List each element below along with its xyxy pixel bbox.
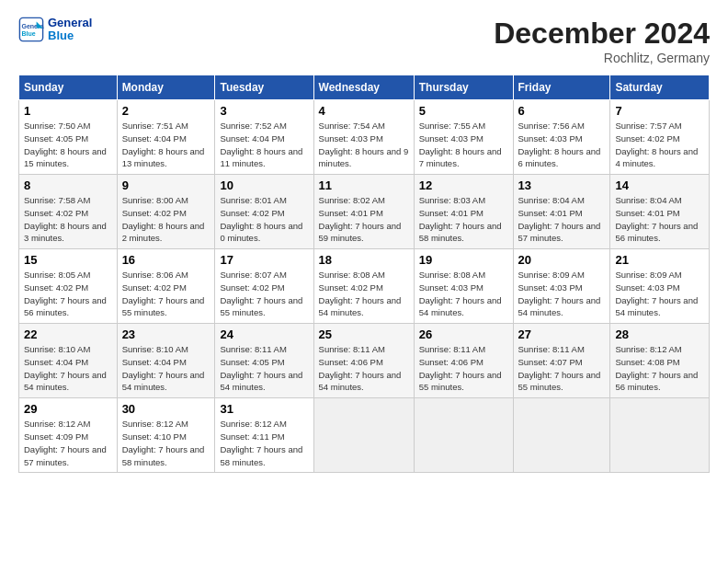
day-number: 8 bbox=[24, 178, 112, 192]
day-cell-6: 6Sunrise: 7:56 AMSunset: 4:03 PMDaylight… bbox=[513, 100, 610, 175]
day-cell-1: 1Sunrise: 7:50 AMSunset: 4:05 PMDaylight… bbox=[19, 100, 118, 175]
month-title: December 2024 bbox=[494, 17, 710, 51]
day-detail: Sunrise: 8:08 AMSunset: 4:03 PMDaylight:… bbox=[419, 270, 502, 317]
svg-text:Blue: Blue bbox=[22, 30, 36, 37]
day-number: 21 bbox=[615, 253, 704, 267]
day-detail: Sunrise: 7:56 AMSunset: 4:03 PMDaylight:… bbox=[518, 121, 601, 168]
logo: General Blue General Blue bbox=[18, 17, 92, 43]
day-cell-14: 14Sunrise: 8:04 AMSunset: 4:01 PMDayligh… bbox=[610, 175, 710, 249]
day-number: 9 bbox=[122, 178, 210, 192]
day-number: 14 bbox=[615, 178, 704, 192]
day-detail: Sunrise: 8:06 AMSunset: 4:02 PMDaylight:… bbox=[122, 270, 205, 317]
day-cell-28: 28Sunrise: 8:12 AMSunset: 4:08 PMDayligh… bbox=[610, 324, 710, 398]
day-cell-15: 15Sunrise: 8:05 AMSunset: 4:02 PMDayligh… bbox=[19, 249, 118, 324]
day-number: 25 bbox=[319, 327, 409, 341]
day-detail: Sunrise: 8:11 AMSunset: 4:06 PMDaylight:… bbox=[419, 344, 502, 392]
day-number: 19 bbox=[419, 253, 508, 267]
day-cell-13: 13Sunrise: 8:04 AMSunset: 4:01 PMDayligh… bbox=[513, 175, 610, 249]
day-number: 23 bbox=[122, 327, 210, 341]
page: General Blue General Blue December 2024 … bbox=[0, 0, 728, 482]
day-detail: Sunrise: 8:10 AMSunset: 4:04 PMDaylight:… bbox=[122, 344, 205, 392]
day-number: 6 bbox=[518, 104, 606, 118]
week-row-5: 29Sunrise: 8:12 AMSunset: 4:09 PMDayligh… bbox=[19, 398, 710, 473]
day-number: 11 bbox=[319, 178, 409, 192]
day-cell-8: 8Sunrise: 7:58 AMSunset: 4:02 PMDaylight… bbox=[19, 175, 118, 249]
calendar-table: Sunday Monday Tuesday Wednesday Thursday… bbox=[18, 75, 710, 473]
subtitle: Rochlitz, Germany bbox=[494, 51, 710, 65]
day-number: 15 bbox=[24, 253, 112, 267]
day-detail: Sunrise: 8:12 AMSunset: 4:10 PMDaylight:… bbox=[122, 419, 205, 466]
header-area: General Blue General Blue December 2024 … bbox=[18, 17, 710, 65]
day-number: 20 bbox=[518, 253, 606, 267]
day-cell-22: 22Sunrise: 8:10 AMSunset: 4:04 PMDayligh… bbox=[19, 324, 118, 398]
week-row-2: 8Sunrise: 7:58 AMSunset: 4:02 PMDaylight… bbox=[19, 175, 710, 249]
day-cell-30: 30Sunrise: 8:12 AMSunset: 4:10 PMDayligh… bbox=[117, 398, 215, 473]
day-cell-5: 5Sunrise: 7:55 AMSunset: 4:03 PMDaylight… bbox=[414, 100, 513, 175]
logo-line2: Blue bbox=[48, 29, 92, 42]
day-detail: Sunrise: 8:05 AMSunset: 4:02 PMDaylight:… bbox=[24, 270, 107, 317]
day-number: 26 bbox=[419, 327, 508, 341]
day-cell-31: 31Sunrise: 8:12 AMSunset: 4:11 PMDayligh… bbox=[215, 398, 313, 473]
day-cell-11: 11Sunrise: 8:02 AMSunset: 4:01 PMDayligh… bbox=[313, 175, 414, 249]
day-cell-21: 21Sunrise: 8:09 AMSunset: 4:03 PMDayligh… bbox=[610, 249, 710, 324]
day-number: 29 bbox=[24, 402, 112, 416]
day-number: 18 bbox=[319, 253, 409, 267]
day-detail: Sunrise: 7:57 AMSunset: 4:02 PMDaylight:… bbox=[615, 121, 698, 168]
day-cell-empty-4-6 bbox=[610, 398, 710, 473]
day-cell-23: 23Sunrise: 8:10 AMSunset: 4:04 PMDayligh… bbox=[117, 324, 215, 398]
day-detail: Sunrise: 7:52 AMSunset: 4:04 PMDaylight:… bbox=[220, 121, 302, 168]
day-detail: Sunrise: 8:10 AMSunset: 4:04 PMDaylight:… bbox=[24, 344, 107, 392]
day-number: 30 bbox=[122, 402, 210, 416]
day-detail: Sunrise: 8:00 AMSunset: 4:02 PMDaylight:… bbox=[122, 195, 205, 243]
day-cell-20: 20Sunrise: 8:09 AMSunset: 4:03 PMDayligh… bbox=[513, 249, 610, 324]
day-number: 7 bbox=[615, 104, 704, 118]
day-detail: Sunrise: 8:12 AMSunset: 4:09 PMDaylight:… bbox=[24, 419, 107, 466]
col-sunday: Sunday bbox=[19, 75, 118, 100]
day-detail: Sunrise: 8:09 AMSunset: 4:03 PMDaylight:… bbox=[518, 270, 601, 317]
day-cell-27: 27Sunrise: 8:11 AMSunset: 4:07 PMDayligh… bbox=[513, 324, 610, 398]
svg-rect-0 bbox=[19, 18, 42, 41]
day-number: 17 bbox=[220, 253, 308, 267]
day-cell-7: 7Sunrise: 7:57 AMSunset: 4:02 PMDaylight… bbox=[610, 100, 710, 175]
day-cell-3: 3Sunrise: 7:52 AMSunset: 4:04 PMDaylight… bbox=[215, 100, 313, 175]
day-cell-25: 25Sunrise: 8:11 AMSunset: 4:06 PMDayligh… bbox=[313, 324, 414, 398]
title-area: December 2024 Rochlitz, Germany bbox=[494, 17, 710, 65]
day-number: 10 bbox=[220, 178, 308, 192]
col-monday: Monday bbox=[117, 75, 215, 100]
day-cell-24: 24Sunrise: 8:11 AMSunset: 4:05 PMDayligh… bbox=[215, 324, 313, 398]
calendar-body: 1Sunrise: 7:50 AMSunset: 4:05 PMDaylight… bbox=[19, 100, 710, 473]
day-detail: Sunrise: 7:54 AMSunset: 4:03 PMDaylight:… bbox=[319, 121, 409, 168]
day-detail: Sunrise: 8:12 AMSunset: 4:08 PMDaylight:… bbox=[615, 344, 698, 392]
day-number: 3 bbox=[220, 104, 308, 118]
logo-icon: General Blue bbox=[18, 17, 44, 42]
day-detail: Sunrise: 8:11 AMSunset: 4:05 PMDaylight:… bbox=[220, 344, 302, 392]
day-number: 24 bbox=[220, 327, 308, 341]
day-detail: Sunrise: 7:51 AMSunset: 4:04 PMDaylight:… bbox=[122, 121, 205, 168]
day-detail: Sunrise: 8:11 AMSunset: 4:06 PMDaylight:… bbox=[319, 344, 402, 392]
day-detail: Sunrise: 8:09 AMSunset: 4:03 PMDaylight:… bbox=[615, 270, 698, 317]
col-tuesday: Tuesday bbox=[215, 75, 313, 100]
day-detail: Sunrise: 7:50 AMSunset: 4:05 PMDaylight:… bbox=[24, 121, 107, 168]
logo-line1: General bbox=[48, 17, 92, 29]
week-row-4: 22Sunrise: 8:10 AMSunset: 4:04 PMDayligh… bbox=[19, 324, 710, 398]
col-thursday: Thursday bbox=[414, 75, 513, 100]
week-row-3: 15Sunrise: 8:05 AMSunset: 4:02 PMDayligh… bbox=[19, 249, 710, 324]
day-cell-12: 12Sunrise: 8:03 AMSunset: 4:01 PMDayligh… bbox=[414, 175, 513, 249]
day-cell-empty-4-3 bbox=[313, 398, 414, 473]
day-cell-empty-4-5 bbox=[513, 398, 610, 473]
day-number: 4 bbox=[319, 104, 409, 118]
day-number: 22 bbox=[24, 327, 112, 341]
day-detail: Sunrise: 8:12 AMSunset: 4:11 PMDaylight:… bbox=[220, 419, 302, 466]
day-detail: Sunrise: 8:03 AMSunset: 4:01 PMDaylight:… bbox=[419, 195, 502, 243]
day-cell-18: 18Sunrise: 8:08 AMSunset: 4:02 PMDayligh… bbox=[313, 249, 414, 324]
day-number: 1 bbox=[24, 104, 112, 118]
day-number: 13 bbox=[518, 178, 606, 192]
day-cell-17: 17Sunrise: 8:07 AMSunset: 4:02 PMDayligh… bbox=[215, 249, 313, 324]
col-friday: Friday bbox=[513, 75, 610, 100]
day-number: 2 bbox=[122, 104, 210, 118]
day-detail: Sunrise: 8:01 AMSunset: 4:02 PMDaylight:… bbox=[220, 195, 302, 243]
day-cell-29: 29Sunrise: 8:12 AMSunset: 4:09 PMDayligh… bbox=[19, 398, 118, 473]
day-number: 27 bbox=[518, 327, 606, 341]
day-detail: Sunrise: 8:04 AMSunset: 4:01 PMDaylight:… bbox=[518, 195, 601, 243]
col-wednesday: Wednesday bbox=[313, 75, 414, 100]
